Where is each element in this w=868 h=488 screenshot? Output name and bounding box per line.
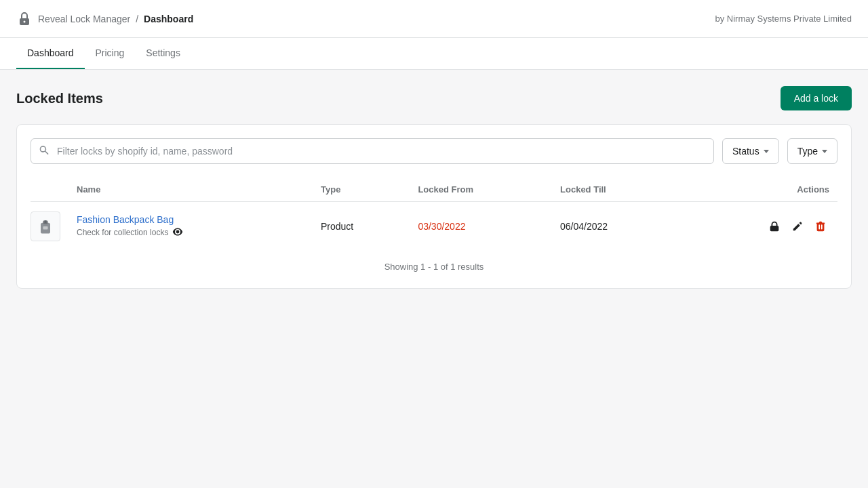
svg-point-1	[24, 20, 26, 22]
locked-till-value: 06/04/2022	[560, 221, 608, 232]
product-thumbnail	[31, 211, 60, 241]
search-wrapper	[31, 138, 714, 164]
delete-action-button[interactable]	[812, 218, 829, 235]
search-input[interactable]	[31, 138, 714, 164]
filter-row: Status Type	[31, 138, 837, 164]
provider-label: by Nirmay Systems Private Limited	[715, 14, 852, 24]
add-lock-button[interactable]: Add a lock	[781, 86, 852, 110]
edit-action-icon	[791, 220, 804, 232]
product-name-cell: Fashion Backpack Bag Check for collectio…	[68, 202, 313, 251]
col-name-header: Name	[68, 178, 313, 202]
pagination-text: Showing 1 - 1 of 1 results	[31, 251, 837, 274]
status-filter-button[interactable]: Status	[722, 138, 779, 164]
locked-from-cell: 03/30/2022	[410, 202, 552, 251]
type-filter-label: Type	[797, 146, 818, 157]
product-thumbnail-cell	[31, 202, 68, 251]
actions-cell	[679, 202, 837, 251]
status-filter-label: Status	[732, 146, 760, 157]
top-bar: Reveal Lock Manager / Dashboard by Nirma…	[0, 0, 868, 38]
page-title: Locked Items	[16, 91, 103, 106]
delete-action-icon	[814, 220, 827, 232]
breadcrumb: Reveal Lock Manager / Dashboard	[16, 11, 193, 27]
locks-card: Status Type Name Type Locked From Locked…	[16, 124, 852, 289]
locked-till-cell: 06/04/2022	[552, 202, 679, 251]
breadcrumb-separator: /	[136, 14, 138, 24]
product-name-wrapper: Fashion Backpack Bag Check for collectio…	[77, 214, 304, 239]
eye-icon[interactable]	[172, 226, 183, 239]
actions-wrapper	[687, 218, 829, 235]
tab-pricing[interactable]: Pricing	[85, 38, 136, 69]
locks-table: Name Type Locked From Locked Till Action…	[31, 178, 837, 251]
col-locked-till-header: Locked Till	[552, 178, 679, 202]
tab-settings[interactable]: Settings	[135, 38, 191, 69]
main-content: Locked Items Add a lock Status Type	[0, 70, 868, 305]
type-chevron-icon	[822, 150, 827, 153]
col-thumb	[31, 178, 68, 202]
status-chevron-icon	[764, 150, 769, 153]
search-icon	[39, 145, 50, 158]
current-page-label: Dashboard	[144, 14, 193, 24]
tab-dashboard[interactable]: Dashboard	[16, 38, 85, 69]
page-header: Locked Items Add a lock	[16, 86, 852, 110]
app-lock-icon	[16, 11, 33, 27]
collection-locks-label: Check for collection locks	[77, 228, 168, 237]
col-locked-from-header: Locked From	[410, 178, 552, 202]
product-sub-info: Check for collection locks	[77, 226, 304, 239]
product-link[interactable]: Fashion Backpack Bag	[77, 214, 304, 225]
col-actions-header: Actions	[679, 178, 837, 202]
app-name-label: Reveal Lock Manager	[38, 14, 130, 24]
nav-tabs: Dashboard Pricing Settings	[0, 38, 868, 70]
type-filter-button[interactable]: Type	[787, 138, 837, 164]
svg-rect-4	[43, 226, 48, 229]
product-type-cell: Product	[313, 202, 410, 251]
table-row: Fashion Backpack Bag Check for collectio…	[31, 202, 837, 251]
lock-action-button[interactable]	[766, 218, 783, 235]
col-type-header: Type	[313, 178, 410, 202]
backpack-icon	[36, 217, 55, 236]
edit-action-button[interactable]	[789, 218, 806, 235]
lock-action-icon	[768, 220, 781, 232]
product-type-value: Product	[321, 221, 353, 232]
locked-from-value: 03/30/2022	[418, 221, 465, 232]
